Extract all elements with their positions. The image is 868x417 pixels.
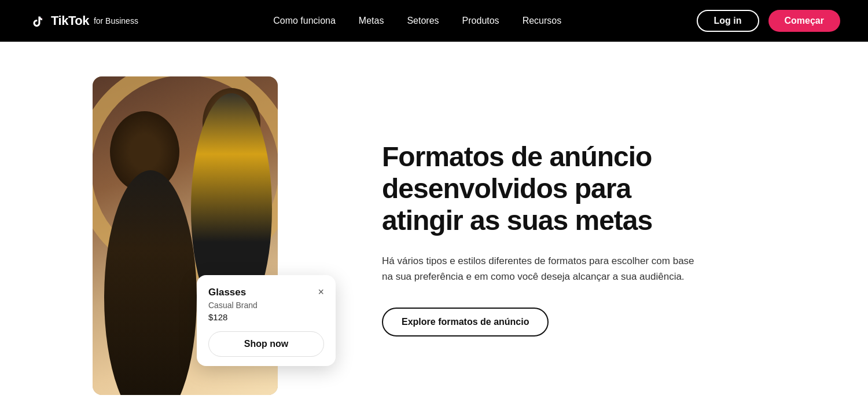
- header: TikTok for Business Como funciona Metas …: [0, 0, 868, 42]
- shop-now-button[interactable]: Shop now: [208, 331, 324, 357]
- tiktok-logo: TikTok for Business: [28, 12, 138, 30]
- logo-suffix-text: for Business: [94, 16, 138, 25]
- product-card: Glasses × Casual Brand $128 Shop now: [197, 275, 336, 366]
- nav-item-metas[interactable]: Metas: [359, 16, 384, 26]
- main-content: Glasses × Casual Brand $128 Shop now For…: [0, 42, 868, 417]
- left-section: Glasses × Casual Brand $128 Shop now: [93, 76, 336, 401]
- comecar-button[interactable]: Começar: [768, 10, 840, 32]
- login-button[interactable]: Log in: [697, 10, 759, 32]
- product-brand: Casual Brand: [208, 301, 324, 310]
- header-right: Log in Começar: [697, 10, 840, 32]
- product-name: Glasses: [208, 287, 246, 298]
- main-nav: Como funciona Metas Setores Produtos Rec…: [273, 16, 561, 26]
- explore-formats-button[interactable]: Explore formatos de anúncio: [382, 308, 549, 336]
- nav-item-como-funciona[interactable]: Como funciona: [273, 16, 336, 26]
- header-left: TikTok for Business: [28, 12, 138, 30]
- close-icon[interactable]: ×: [318, 287, 324, 297]
- nav-item-recursos[interactable]: Recursos: [523, 16, 562, 26]
- main-heading: Formatos de anúncio desenvolvidos para a…: [382, 141, 706, 237]
- product-price: $128: [208, 312, 324, 322]
- right-section: Formatos de anúncio desenvolvidos para a…: [382, 141, 706, 336]
- logo-brand-text: TikTok: [51, 13, 89, 28]
- main-description: Há vários tipos e estilos diferentes de …: [382, 253, 706, 284]
- nav-item-produtos[interactable]: Produtos: [462, 16, 499, 26]
- tiktok-icon: [28, 12, 46, 30]
- product-card-header: Glasses ×: [208, 287, 324, 298]
- nav-item-setores[interactable]: Setores: [407, 16, 439, 26]
